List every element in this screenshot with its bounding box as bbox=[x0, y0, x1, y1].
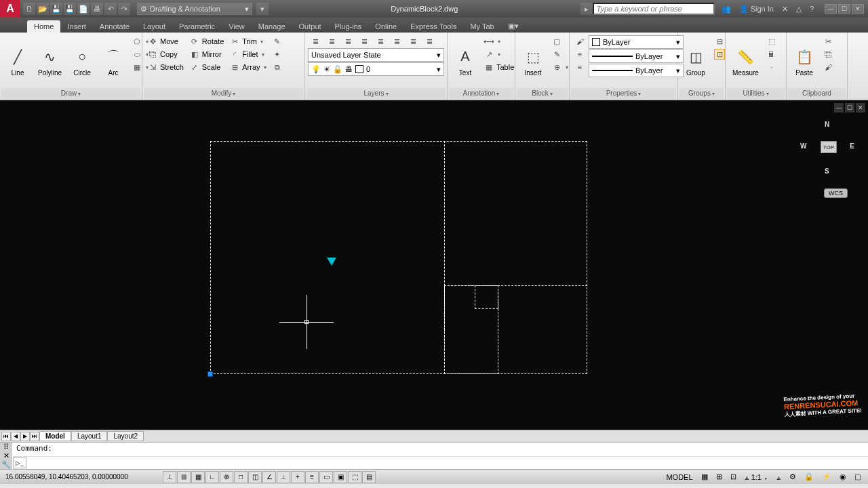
scale-button[interactable]: ⤢Scale bbox=[187, 61, 226, 73]
infocenter-icon[interactable]: 👥 bbox=[719, 5, 734, 14]
explode-button[interactable]: ✦ bbox=[270, 48, 285, 60]
panel-groups-title[interactable]: Groups bbox=[679, 88, 724, 98]
save-icon[interactable]: 💾 bbox=[50, 3, 62, 15]
polyline-button[interactable]: ∿Polyline bbox=[34, 35, 66, 87]
plot-icon[interactable]: 📄 bbox=[77, 3, 90, 15]
paste-button[interactable]: 📋Paste bbox=[789, 35, 819, 87]
tab-insert[interactable]: Insert bbox=[60, 20, 93, 33]
layout-tab-layout2[interactable]: Layout2 bbox=[107, 431, 144, 441]
hardware-accel-icon[interactable]: ⚡ bbox=[819, 472, 834, 481]
stayconnected-icon[interactable]: △ bbox=[793, 5, 804, 14]
3dosnap-toggle[interactable]: ◫ bbox=[248, 471, 262, 483]
wrench-icon[interactable]: 🔧 bbox=[1, 460, 11, 469]
flip-marker[interactable] bbox=[327, 258, 336, 266]
text-button[interactable]: AText bbox=[450, 35, 480, 87]
qat-dropdown-icon[interactable]: ▾ bbox=[256, 3, 269, 15]
measure-button[interactable]: 📏Measure bbox=[728, 35, 763, 87]
layout-nav-next[interactable]: ▶ bbox=[20, 432, 30, 441]
doc-minimize-button[interactable]: — bbox=[834, 103, 844, 113]
signin-button[interactable]: 👤 Sign In bbox=[736, 5, 776, 14]
array-button[interactable]: ⊞Array bbox=[227, 61, 268, 73]
layer-freeze-button[interactable]: ≣ bbox=[340, 35, 355, 47]
viewcube-top[interactable]: TOP bbox=[821, 141, 837, 153]
annovis-toggle[interactable]: ⟁ bbox=[774, 473, 784, 481]
layer-prev-button[interactable]: ≣ bbox=[389, 35, 404, 47]
sc-toggle[interactable]: ⬚ bbox=[348, 471, 361, 483]
saveas-icon[interactable]: 💾 bbox=[64, 3, 76, 15]
isolate-objects-icon[interactable]: ◉ bbox=[837, 472, 849, 481]
quickview-drawings-icon[interactable]: ⊡ bbox=[728, 472, 739, 481]
command-handle[interactable]: ⠿✕🔧 bbox=[0, 443, 12, 469]
panel-utilities-title[interactable]: Utilities bbox=[727, 88, 785, 98]
am-toggle[interactable]: ▤ bbox=[362, 471, 376, 483]
tab-mytab[interactable]: My Tab bbox=[463, 20, 500, 33]
polar-toggle[interactable]: ⊕ bbox=[220, 471, 233, 483]
doc-close-button[interactable]: ✕ bbox=[856, 103, 865, 113]
stretch-button[interactable]: ⇲Stretch bbox=[145, 61, 186, 73]
qp-toggle[interactable]: ▣ bbox=[334, 471, 347, 483]
layer-lock-button[interactable]: ≣ bbox=[357, 35, 372, 47]
viewcube-w[interactable]: W bbox=[800, 142, 806, 150]
annoscale-dropdown[interactable]: ⟁ 1:1 ▾ bbox=[742, 473, 771, 481]
match-props-button[interactable]: 🖌 bbox=[572, 35, 587, 47]
grid-toggle[interactable]: ▦ bbox=[191, 471, 205, 483]
linetype-dropdown[interactable]: ByLayer▾ bbox=[589, 49, 684, 63]
clean-screen-icon[interactable]: ▢ bbox=[852, 472, 864, 481]
edit-block-button[interactable]: ✎ bbox=[549, 48, 570, 60]
table-button[interactable]: ▦Table bbox=[481, 61, 516, 73]
close-cmd-icon[interactable]: ✕ bbox=[3, 451, 9, 460]
workspace-switch-icon[interactable]: ⚙ bbox=[787, 472, 799, 481]
layer-iso-button[interactable]: ≣ bbox=[373, 35, 388, 47]
insert-button[interactable]: ⬚Insert bbox=[518, 35, 548, 87]
panel-block-title[interactable]: Block bbox=[517, 88, 568, 98]
search-dropdown-icon[interactable]: ▸ bbox=[580, 3, 593, 15]
viewcube-s[interactable]: S bbox=[825, 167, 829, 175]
fillet-button[interactable]: ◜Fillet bbox=[227, 48, 268, 60]
group-edit-button[interactable]: ⊡ bbox=[712, 48, 727, 60]
command-prompt-icon[interactable]: ▷_ bbox=[13, 458, 26, 468]
panel-properties-title[interactable]: Properties bbox=[571, 88, 676, 98]
layer-props-button[interactable]: ≣ bbox=[308, 35, 323, 47]
layout-tab-model[interactable]: Model bbox=[39, 431, 71, 441]
cut-button[interactable]: ✂ bbox=[821, 35, 835, 47]
circle-button[interactable]: ○Circle bbox=[67, 35, 97, 87]
otrack-toggle[interactable]: ∠ bbox=[262, 471, 276, 483]
quickview-layouts-icon[interactable]: ⊞ bbox=[713, 472, 725, 481]
lineweight-dropdown[interactable]: ByLayer▾ bbox=[589, 64, 684, 77]
layer-state-button[interactable]: ≣ bbox=[422, 35, 437, 47]
drawing-canvas[interactable]: — ☐ ✕ N S W E TOP WCS Enhance the design… bbox=[0, 100, 868, 430]
select-button[interactable]: ⬚ bbox=[764, 35, 779, 47]
app-menu-icon[interactable]: A bbox=[0, 0, 20, 18]
layout-nav-first[interactable]: ⏮ bbox=[1, 432, 11, 441]
workspace-dropdown[interactable]: ⚙ Drafting & Annotation ▾ bbox=[137, 3, 252, 15]
erase-button[interactable]: ✎ bbox=[270, 35, 285, 47]
group-button[interactable]: ◫Group bbox=[681, 35, 711, 87]
layer-off-button[interactable]: ≣ bbox=[324, 35, 339, 47]
search-input[interactable] bbox=[593, 3, 715, 15]
viewcube-e[interactable]: E bbox=[850, 142, 854, 150]
panel-modify-title[interactable]: Modify bbox=[144, 88, 303, 98]
dim-button[interactable]: ⟷ bbox=[481, 35, 516, 47]
model-space-button[interactable]: MODEL bbox=[663, 473, 695, 481]
match-button[interactable]: 🖌 bbox=[821, 61, 835, 73]
point-button[interactable]: · bbox=[764, 61, 779, 73]
tab-manage[interactable]: Manage bbox=[252, 20, 292, 33]
ungroup-button[interactable]: ⊟ bbox=[712, 35, 727, 47]
arc-button[interactable]: ⌒Arc bbox=[98, 35, 128, 87]
attr-block-button[interactable]: ⊕ bbox=[549, 61, 570, 73]
layout-nav-last[interactable]: ⏭ bbox=[30, 432, 39, 441]
ortho-toggle[interactable]: ∟ bbox=[205, 471, 219, 483]
layer-current-dropdown[interactable]: 💡☀🔓🖶0▾ bbox=[308, 62, 444, 76]
close-button[interactable]: ✕ bbox=[852, 4, 864, 14]
layer-match-button[interactable]: ≣ bbox=[406, 35, 420, 47]
mirror-button[interactable]: ◧Mirror bbox=[187, 48, 226, 60]
maximize-button[interactable]: ☐ bbox=[838, 4, 850, 14]
panel-layers-title[interactable]: Layers bbox=[307, 88, 446, 98]
grip-basepoint[interactable] bbox=[208, 371, 213, 377]
tab-output[interactable]: Output bbox=[292, 20, 328, 33]
color-dropdown[interactable]: ByLayer▾ bbox=[589, 35, 684, 49]
viewcube-n[interactable]: N bbox=[825, 121, 829, 128]
layer-state-dropdown[interactable]: Unsaved Layer State▾ bbox=[308, 48, 444, 62]
tpy-toggle[interactable]: ▭ bbox=[319, 471, 333, 483]
panel-annotation-title[interactable]: Annotation bbox=[449, 88, 513, 98]
